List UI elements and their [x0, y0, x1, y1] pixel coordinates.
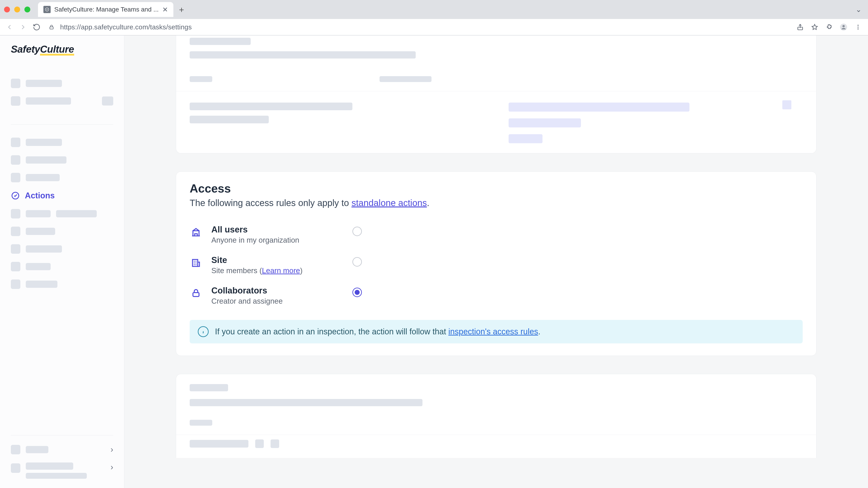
logo-text-a: Safety — [11, 43, 40, 55]
sidebar-item-skeleton — [11, 169, 113, 186]
app-root: SafetyCulture Actions › — [0, 35, 868, 488]
info-banner: If you create an action in an inspection… — [190, 320, 803, 344]
sidebar-group-1 — [11, 74, 113, 115]
close-window-button[interactable] — [4, 6, 10, 12]
access-option-site: Site Site members (Learn more) — [190, 250, 803, 281]
window-controls — [4, 6, 30, 12]
access-card: Access The following access rules only a… — [176, 171, 816, 356]
org-icon — [190, 226, 202, 238]
check-circle-icon — [11, 191, 20, 200]
sidebar-group-2: Actions — [11, 133, 113, 293]
option-title: Collaborators — [211, 286, 333, 295]
option-desc-suffix: ) — [300, 266, 303, 275]
svg-point-7 — [858, 28, 859, 29]
minimize-window-button[interactable] — [14, 6, 20, 12]
sidebar-bottom: › › — [11, 435, 113, 483]
sidebar-divider — [11, 124, 113, 125]
kebab-menu-icon[interactable] — [853, 22, 863, 32]
sidebar-item-skeleton — [11, 92, 113, 110]
access-subtitle: The following access rules only apply to… — [190, 198, 803, 208]
learn-more-link[interactable]: Learn more — [262, 266, 300, 275]
option-desc-prefix: Site members ( — [211, 266, 262, 275]
lock-icon[interactable] — [48, 24, 56, 30]
favicon-icon — [43, 6, 51, 13]
sidebar-item-actions[interactable]: Actions — [11, 186, 113, 205]
option-desc: Site members (Learn more) — [211, 266, 333, 275]
close-tab-icon[interactable]: ✕ — [162, 6, 168, 13]
maximize-window-button[interactable] — [24, 6, 30, 12]
sidebar-item-skeleton — [11, 223, 113, 240]
inspection-access-rules-link[interactable]: inspection's access rules — [448, 327, 538, 336]
svg-rect-10 — [193, 293, 199, 296]
option-title: All users — [211, 225, 333, 234]
sidebar-item-skeleton[interactable]: › — [11, 458, 113, 483]
sidebar-item-skeleton[interactable]: › — [11, 441, 113, 458]
svg-point-4 — [842, 25, 845, 27]
access-subtitle-prefix: The following access rules only apply to — [190, 198, 351, 208]
tab-bar: SafetyCulture: Manage Teams and ... ✕ ＋ … — [0, 0, 868, 19]
star-icon[interactable] — [810, 22, 819, 32]
back-button[interactable] — [5, 23, 14, 32]
svg-rect-9 — [193, 260, 198, 267]
sidebar-item-skeleton — [11, 151, 113, 169]
sidebar: SafetyCulture Actions › — [0, 35, 124, 488]
chevron-right-icon: › — [111, 462, 113, 472]
sidebar-item-skeleton — [11, 240, 113, 258]
browser-chrome: SafetyCulture: Manage Teams and ... ✕ ＋ … — [0, 0, 868, 35]
access-title: Access — [190, 182, 803, 195]
standalone-actions-link[interactable]: standalone actions — [351, 198, 427, 208]
access-option-all-users: All users Anyone in my organization — [190, 219, 803, 250]
extensions-icon[interactable] — [824, 22, 834, 32]
browser-tab[interactable]: SafetyCulture: Manage Teams and ... ✕ — [38, 2, 174, 17]
sidebar-item-skeleton — [11, 133, 113, 151]
radio-all-users[interactable] — [352, 227, 362, 236]
url-text[interactable]: https://app.safetyculture.com/tasks/sett… — [60, 23, 791, 31]
info-suffix: . — [538, 327, 540, 336]
main-content: Access The following access rules only a… — [124, 35, 868, 488]
settings-card-skeleton-bottom — [176, 374, 816, 458]
sidebar-item-skeleton — [11, 275, 113, 293]
forward-button[interactable] — [19, 23, 28, 32]
new-tab-button[interactable]: ＋ — [177, 5, 186, 14]
profile-icon[interactable] — [839, 22, 848, 32]
svg-point-5 — [858, 25, 859, 26]
share-icon[interactable] — [795, 22, 805, 32]
option-desc: Anyone in my organization — [211, 236, 333, 245]
chevron-right-icon: › — [111, 445, 113, 454]
option-desc: Creator and assignee — [211, 297, 333, 305]
sidebar-item-label: Actions — [25, 191, 55, 200]
url-bar: https://app.safetyculture.com/tasks/sett… — [0, 19, 868, 35]
radio-site[interactable] — [352, 257, 362, 267]
sidebar-item-skeleton — [11, 258, 113, 275]
access-option-collaborators: Collaborators Creator and assignee — [190, 281, 803, 311]
option-title: Site — [211, 255, 333, 265]
skeleton-square — [782, 100, 792, 109]
svg-rect-1 — [50, 27, 53, 29]
lock-icon — [190, 287, 202, 299]
settings-card-skeleton-top — [176, 35, 816, 153]
tab-title: SafetyCulture: Manage Teams and ... — [54, 6, 159, 13]
site-icon — [190, 256, 202, 269]
info-text: If you create an action in an inspection… — [215, 327, 540, 336]
logo[interactable]: SafetyCulture — [11, 43, 113, 56]
tabs-dropdown-icon[interactable]: ⌄ — [853, 5, 864, 14]
access-subtitle-suffix: . — [427, 198, 430, 208]
radio-collaborators[interactable] — [352, 288, 362, 297]
svg-point-6 — [858, 26, 859, 28]
sidebar-item-skeleton — [11, 74, 113, 92]
info-prefix: If you create an action in an inspection… — [215, 327, 448, 336]
info-icon — [198, 326, 209, 337]
logo-text-b: Culture — [40, 45, 74, 56]
sidebar-item-skeleton — [11, 205, 113, 223]
reload-button[interactable] — [32, 23, 41, 32]
